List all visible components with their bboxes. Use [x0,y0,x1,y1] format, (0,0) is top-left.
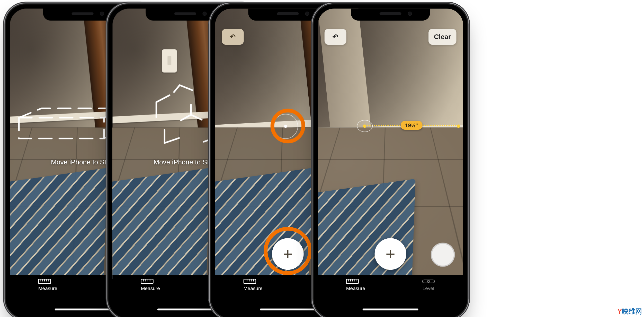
svg-point-31 [427,280,430,283]
ruler-icon [244,279,263,284]
tab-measure[interactable]: Measure [244,279,263,291]
tab-measure[interactable]: Measure [346,279,365,291]
light-switch [162,49,177,72]
tab-measure-label: Measure [38,286,57,291]
level-icon [422,279,435,284]
target-reticle [357,120,373,132]
tab-measure-label: Measure [141,286,160,291]
home-indicator[interactable] [157,309,213,310]
notch [351,8,430,21]
tab-measure-label: Measure [346,286,365,291]
clear-button[interactable]: Clear [428,29,456,45]
phone-frame-4: 19½" ↶ Clear + [311,2,470,317]
source-watermark: Y映维网 [618,307,642,316]
tab-level[interactable]: Level [422,279,435,291]
home-indicator[interactable] [55,309,111,310]
measurement-value-pill[interactable]: 19½" [401,121,423,130]
target-reticle [273,114,298,139]
plus-icon: + [386,246,395,262]
undo-button[interactable]: ↶ [222,29,244,45]
ruler-icon [141,279,160,284]
shutter-button[interactable] [431,243,455,267]
tutorial-strip: Move iPhone to Start M [0,0,644,317]
measurement-line[interactable]: 19½" [364,125,459,126]
tab-level-label: Level [423,286,434,291]
plus-icon: + [283,246,293,262]
add-point-button[interactable]: + [375,238,406,270]
tab-measure-label: Measure [244,286,263,291]
tab-measure[interactable]: Measure [141,279,160,291]
ruler-icon [346,279,365,284]
tab-bar: Measure Level [318,275,463,314]
tab-measure[interactable]: Measure [38,279,57,291]
ruler-icon [38,279,57,284]
home-indicator[interactable] [363,309,418,310]
undo-button[interactable]: ↶ [325,29,346,45]
add-point-button[interactable]: + [272,238,304,270]
home-indicator[interactable] [260,309,316,310]
